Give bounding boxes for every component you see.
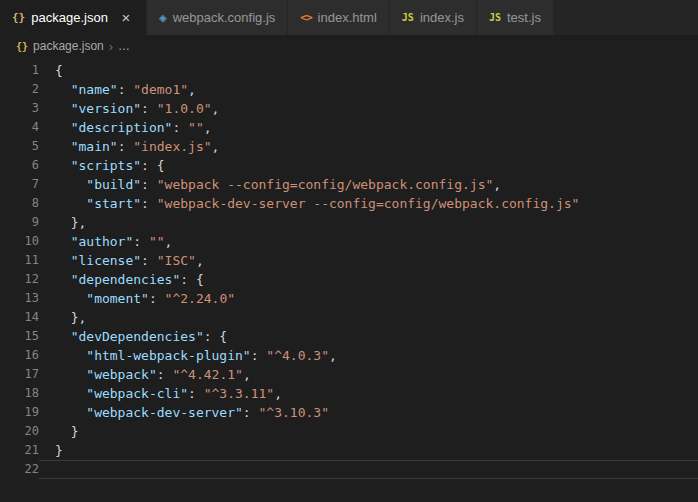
code-text: "webpack-dev-server": "^3.10.3"	[39, 403, 698, 422]
tab-webpack-config-js[interactable]: ◈webpack.config.js	[147, 0, 288, 35]
code-editor[interactable]: 1{2 "name": "demo1",3 "version": "1.0.0"…	[0, 57, 698, 502]
code-line[interactable]: 10 "author": "",	[0, 232, 698, 251]
line-number: 22	[0, 460, 39, 479]
code-text: "version": "1.0.0",	[39, 99, 698, 118]
code-line[interactable]: 17 "webpack": "^4.42.1",	[0, 365, 698, 384]
breadcrumb: {} package.json › …	[0, 35, 698, 57]
code-line[interactable]: 15 "devDependencies": {	[0, 327, 698, 346]
code-text: }	[39, 441, 698, 460]
line-number: 14	[0, 308, 39, 327]
line-number: 12	[0, 270, 39, 289]
code-line[interactable]: 11 "license": "ISC",	[0, 251, 698, 270]
tab-test-js[interactable]: JStest.js	[477, 0, 554, 35]
line-number: 1	[0, 61, 39, 80]
code-line[interactable]: 6 "scripts": {	[0, 156, 698, 175]
tab-label: test.js	[507, 10, 541, 25]
close-tab-icon[interactable]: ×	[118, 10, 134, 26]
code-text: "build": "webpack --config=config/webpac…	[39, 175, 698, 194]
tab-label: index.js	[420, 10, 464, 25]
code-line[interactable]: 1{	[0, 61, 698, 80]
breadcrumb-file[interactable]: package.json	[33, 39, 104, 53]
tab-index-js[interactable]: JSindex.js	[390, 0, 477, 35]
line-number: 10	[0, 232, 39, 251]
tab-label: package.json	[31, 10, 108, 25]
code-text: "name": "demo1",	[39, 80, 698, 99]
chevron-right-icon: ›	[109, 39, 113, 54]
code-text: "start": "webpack-dev-server --config=co…	[39, 194, 698, 213]
breadcrumb-more[interactable]: …	[118, 39, 130, 53]
vscode-window: {}package.json×◈webpack.config.js<>index…	[0, 0, 698, 502]
js-file-icon: JS	[489, 12, 501, 23]
code-text: "license": "ISC",	[39, 251, 698, 270]
code-text: "main": "index.js",	[39, 137, 698, 156]
line-number: 17	[0, 365, 39, 384]
code-line[interactable]: 22	[0, 460, 698, 479]
editor-tab-bar: {}package.json×◈webpack.config.js<>index…	[0, 0, 698, 35]
code-text: "author": "",	[39, 232, 698, 251]
line-number: 8	[0, 194, 39, 213]
line-number: 21	[0, 441, 39, 460]
code-text: "scripts": {	[39, 156, 698, 175]
line-number: 16	[0, 346, 39, 365]
tab-label: index.html	[318, 10, 377, 25]
json-file-icon: {}	[16, 41, 28, 52]
line-number: 19	[0, 403, 39, 422]
line-number: 20	[0, 422, 39, 441]
code-line[interactable]: 3 "version": "1.0.0",	[0, 99, 698, 118]
code-line[interactable]: 19 "webpack-dev-server": "^3.10.3"	[0, 403, 698, 422]
code-text: "description": "",	[39, 118, 698, 137]
code-text: "dependencies": {	[39, 270, 698, 289]
html-file-icon: <>	[300, 11, 311, 24]
code-text: "moment": "^2.24.0"	[39, 289, 698, 308]
line-number: 3	[0, 99, 39, 118]
code-line[interactable]: 16 "html-webpack-plugin": "^4.0.3",	[0, 346, 698, 365]
code-line[interactable]: 4 "description": "",	[0, 118, 698, 137]
code-line[interactable]: 18 "webpack-cli": "^3.3.11",	[0, 384, 698, 403]
tab-package-json[interactable]: {}package.json×	[0, 0, 147, 35]
code-line[interactable]: 12 "dependencies": {	[0, 270, 698, 289]
code-text	[39, 460, 698, 479]
line-number: 15	[0, 327, 39, 346]
code-line[interactable]: 20 }	[0, 422, 698, 441]
code-text: "webpack-cli": "^3.3.11",	[39, 384, 698, 403]
code-text: "webpack": "^4.42.1",	[39, 365, 698, 384]
line-number: 4	[0, 118, 39, 137]
line-number: 9	[0, 213, 39, 232]
line-number: 5	[0, 137, 39, 156]
code-text: },	[39, 308, 698, 327]
line-number: 13	[0, 289, 39, 308]
code-text: "html-webpack-plugin": "^4.0.3",	[39, 346, 698, 365]
tab-index-html[interactable]: <>index.html	[288, 0, 390, 35]
code-text: "devDependencies": {	[39, 327, 698, 346]
json-file-icon: {}	[12, 11, 25, 24]
tab-label: webpack.config.js	[173, 10, 276, 25]
webpack-file-icon: ◈	[159, 10, 167, 25]
code-line[interactable]: 9 },	[0, 213, 698, 232]
line-number: 7	[0, 175, 39, 194]
line-number: 11	[0, 251, 39, 270]
line-number: 18	[0, 384, 39, 403]
code-line[interactable]: 21}	[0, 441, 698, 460]
code-line[interactable]: 14 },	[0, 308, 698, 327]
code-line[interactable]: 13 "moment": "^2.24.0"	[0, 289, 698, 308]
code-line[interactable]: 2 "name": "demo1",	[0, 80, 698, 99]
code-text: {	[39, 61, 698, 80]
code-text: }	[39, 422, 698, 441]
code-line[interactable]: 5 "main": "index.js",	[0, 137, 698, 156]
line-number: 6	[0, 156, 39, 175]
code-line[interactable]: 8 "start": "webpack-dev-server --config=…	[0, 194, 698, 213]
line-number: 2	[0, 80, 39, 99]
code-line[interactable]: 7 "build": "webpack --config=config/webp…	[0, 175, 698, 194]
code-text: },	[39, 213, 698, 232]
js-file-icon: JS	[402, 12, 414, 23]
